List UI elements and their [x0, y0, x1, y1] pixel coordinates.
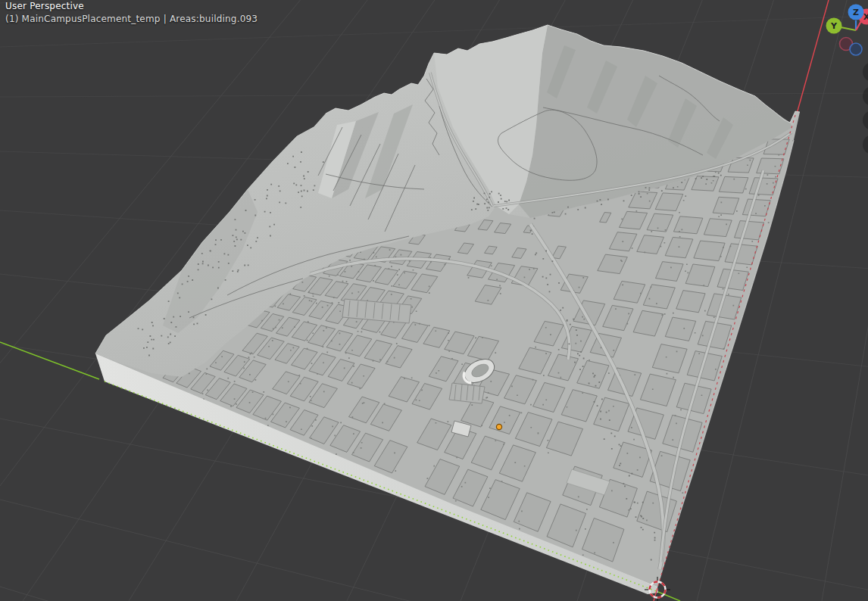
- active-object-label: (1) MainCampusPlacement_temp | Areas:bui…: [5, 14, 258, 24]
- svg-text:X: X: [863, 12, 868, 22]
- gizmo-axis-z-negative-button[interactable]: [850, 43, 862, 55]
- view-perspective-label: User Perspective: [5, 1, 84, 11]
- gizmo-axis-z-button[interactable]: Z: [848, 5, 864, 20]
- gizmo-axis-y-button[interactable]: Y: [826, 18, 842, 34]
- svg-text:Z: Z: [853, 8, 859, 17]
- object-origin-marker: [496, 424, 501, 429]
- viewport-3d-canvas[interactable]: XYZ: [0, 0, 868, 601]
- svg-text:Y: Y: [830, 21, 838, 31]
- blender-viewport[interactable]: XYZ User Perspective (1) MainCampusPlace…: [0, 0, 868, 601]
